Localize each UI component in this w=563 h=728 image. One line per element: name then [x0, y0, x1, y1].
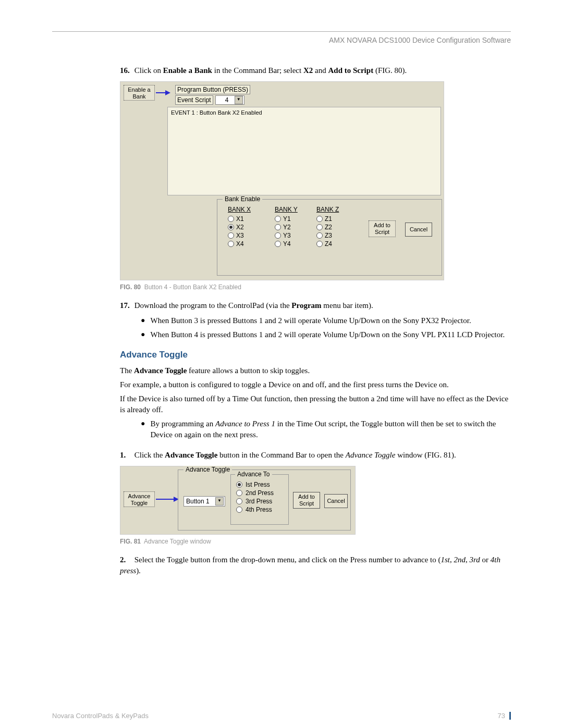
radio-x2[interactable]: X2	[228, 224, 264, 231]
radio-3rd-press[interactable]: 3rd Press	[236, 498, 285, 505]
step-17: 17. Download the program to the ControlP…	[120, 300, 511, 311]
advance-toggle-button[interactable]: Advance Toggle	[124, 491, 155, 507]
figure-81-caption: FIG. 81 Advance Toggle window	[120, 538, 511, 545]
bank-z-col: BANK Z Z1 Z2 Z3 Z4	[316, 206, 353, 249]
step-17-bullets: ●When Button 3 is pressed Buttons 1 and …	[141, 315, 511, 340]
radio-4th-press[interactable]: 4th Press	[236, 506, 285, 513]
radio-x3[interactable]: X3	[228, 232, 264, 239]
chevron-down-icon: ▼	[235, 96, 243, 104]
add-to-script-button[interactable]: Add to Script	[369, 220, 396, 237]
enable-a-bank-button[interactable]: Enable a Bank	[124, 85, 155, 101]
page-number: 73	[498, 712, 505, 720]
button-select[interactable]: Button 1 ▼	[183, 496, 225, 507]
step-2: 2. Select the Toggle button from the dro…	[120, 554, 511, 576]
radio-y4[interactable]: Y4	[275, 240, 311, 248]
radio-z1[interactable]: Z1	[316, 215, 353, 223]
figure-80-caption: FIG. 80 Button 4 - Button Bank X2 Enable…	[120, 283, 511, 291]
event-script-label: Event Script	[175, 95, 213, 105]
header-title: AMX NOVARA DCS1000 Device Configuration …	[52, 36, 511, 44]
radio-y3[interactable]: Y3	[275, 232, 311, 239]
radio-2nd-press[interactable]: 2nd Press	[236, 489, 285, 497]
section-advance-toggle: Advance Toggle	[120, 350, 511, 360]
event-list[interactable]: EVENT 1 : Button Bank X2 Enabled	[167, 107, 441, 195]
chevron-down-icon: ▼	[215, 497, 224, 505]
step-1: 1. Click the Advance Toggle button in th…	[120, 450, 511, 461]
arrow-line	[156, 499, 175, 500]
bank-enable-group: Bank Enable BANK X X1 X2 X3 X4 BANK Y Y1…	[217, 199, 442, 276]
radio-z3[interactable]: Z3	[316, 232, 353, 239]
step-16: 16. Click on Enable a Bank in the Comman…	[120, 65, 511, 76]
cancel-button[interactable]: Cancel	[405, 223, 432, 237]
footer-left: Novara ControlPads & KeyPads	[52, 712, 149, 720]
arrow-line	[156, 92, 166, 93]
cancel-button[interactable]: Cancel	[324, 494, 348, 508]
radio-x1[interactable]: X1	[228, 215, 264, 223]
advance-bullet: ● By programming an Advance to Press 1 i…	[141, 418, 511, 440]
radio-1st-press[interactable]: Ist Press	[236, 481, 285, 488]
radio-x4[interactable]: X4	[228, 240, 264, 248]
bank-x-col: BANK X X1 X2 X3 X4	[228, 206, 264, 249]
add-to-script-button[interactable]: Add to Script	[293, 492, 320, 509]
radio-z2[interactable]: Z2	[316, 224, 353, 231]
event-script-select[interactable]: 4 ▼	[215, 95, 244, 105]
advance-toggle-group: Advance Toggle Button 1 ▼ Advance To Ist…	[178, 470, 351, 530]
para-3: If the Device is also turned off by a Ti…	[120, 393, 511, 415]
arrow-head-icon	[165, 90, 170, 95]
radio-y1[interactable]: Y1	[275, 215, 311, 223]
radio-z4[interactable]: Z4	[316, 240, 353, 248]
figure-80: Enable a Bank Program Button (PRESS) Eve…	[120, 81, 444, 280]
program-button-label: Program Button (PRESS)	[175, 85, 250, 94]
para-2: For example, a button is configured to t…	[120, 379, 511, 390]
figure-81: Advance Toggle Advance Toggle Button 1 ▼…	[120, 466, 356, 535]
advance-to-group: Advance To Ist Press 2nd Press 3rd Press…	[230, 474, 289, 525]
para-1: The Advance Toggle feature allows a butt…	[120, 365, 511, 376]
bank-y-col: BANK Y Y1 Y2 Y3 Y4	[275, 206, 311, 249]
radio-y2[interactable]: Y2	[275, 224, 311, 231]
